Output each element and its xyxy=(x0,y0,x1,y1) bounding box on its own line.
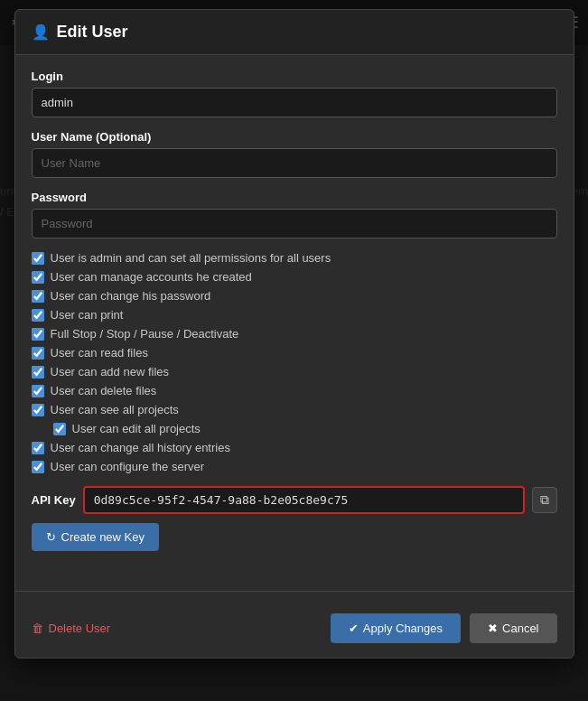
permission-checkbox-9[interactable] xyxy=(53,423,66,435)
permission-item-5: User can read files xyxy=(32,346,557,360)
permission-label-10: User can change all history entries xyxy=(51,441,230,454)
permission-checkbox-1[interactable] xyxy=(32,271,44,284)
check-icon: ✔ xyxy=(349,622,359,635)
footer-right-buttons: ✔ Apply Changes ✖ Cancel xyxy=(331,613,557,643)
login-input[interactable] xyxy=(32,88,557,117)
permission-item-2: User can change his password xyxy=(32,289,557,303)
permission-checkbox-8[interactable] xyxy=(32,404,44,416)
permission-item-4: Full Stop / Stop / Pause / Deactivate xyxy=(32,327,557,341)
permission-checkbox-5[interactable] xyxy=(32,347,44,360)
permission-checkbox-4[interactable] xyxy=(32,328,44,341)
x-icon: ✖ xyxy=(488,622,498,635)
permission-label-3: User can print xyxy=(51,308,124,322)
permission-checkbox-0[interactable] xyxy=(32,252,44,265)
copy-api-key-button[interactable]: ⧉ xyxy=(532,487,557,513)
username-field-group: User Name (Optional) xyxy=(32,130,557,178)
permission-label-5: User can read files xyxy=(51,346,148,360)
permission-item-6: User can add new files xyxy=(32,365,557,379)
modal-body: Login User Name (Optional) Password User… xyxy=(15,55,574,578)
permission-checkbox-10[interactable] xyxy=(32,442,44,454)
password-field-group: Password xyxy=(32,191,557,238)
permission-item-11: User can configure the server xyxy=(32,460,557,473)
permission-label-7: User can delete files xyxy=(51,384,157,397)
permission-item-0: User is admin and can set all permission… xyxy=(32,251,557,265)
permission-label-9: User can edit all projects xyxy=(72,422,201,435)
edit-user-modal: 👤 Edit User Login User Name (Optional) P… xyxy=(14,9,574,659)
permission-label-1: User can manage accounts he created xyxy=(51,270,252,284)
permission-label-4: Full Stop / Stop / Pause / Deactivate xyxy=(51,327,239,341)
cancel-button[interactable]: ✖ Cancel xyxy=(470,613,556,643)
permission-item-10: User can change all history entries xyxy=(32,441,557,454)
api-key-row: API Key 0d89c5ce-95f2-4547-9a88-b2e05c8e… xyxy=(32,486,557,514)
permission-label-6: User can add new files xyxy=(51,365,170,379)
permission-checkbox-3[interactable] xyxy=(32,309,44,322)
permission-label-11: User can configure the server xyxy=(51,460,205,473)
permission-item-1: User can manage accounts he created xyxy=(32,270,557,284)
permissions-list: User is admin and can set all permission… xyxy=(32,251,557,473)
user-icon: 👤 xyxy=(32,23,50,41)
apply-changes-button[interactable]: ✔ Apply Changes xyxy=(331,613,461,643)
modal-footer: 🗑 Delete User ✔ Apply Changes ✖ Cancel xyxy=(15,604,574,658)
modal-header: 👤 Edit User xyxy=(15,10,574,55)
username-input[interactable] xyxy=(32,148,557,178)
password-input[interactable] xyxy=(32,209,557,238)
modal-title: Edit User xyxy=(57,23,128,42)
cancel-label: Cancel xyxy=(502,622,538,635)
api-key-label: API Key xyxy=(32,493,76,507)
permission-checkbox-2[interactable] xyxy=(32,290,44,303)
permission-item-8: User can see all projects xyxy=(32,403,557,416)
password-label: Password xyxy=(32,191,557,204)
permission-item-3: User can print xyxy=(32,308,557,322)
username-label: User Name (Optional) xyxy=(32,130,557,144)
login-field-group: Login xyxy=(32,70,557,117)
permission-checkbox-11[interactable] xyxy=(32,461,44,473)
delete-user-button[interactable]: 🗑 Delete User xyxy=(32,622,111,635)
permission-item-7: User can delete files xyxy=(32,384,557,397)
login-label: Login xyxy=(32,70,557,83)
trash-icon: 🗑 xyxy=(32,622,43,635)
permission-item-9: User can edit all projects xyxy=(53,422,557,435)
permission-label-0: User is admin and can set all permission… xyxy=(51,251,331,265)
api-key-value: 0d89c5ce-95f2-4547-9a88-b2e05c8e9c75 xyxy=(83,486,525,514)
create-new-key-button[interactable]: ↻ Create new Key xyxy=(32,523,160,551)
copy-icon: ⧉ xyxy=(540,492,549,508)
create-key-label: Create new Key xyxy=(61,530,145,544)
footer-divider xyxy=(15,591,574,592)
delete-label: Delete User xyxy=(49,622,111,635)
permission-label-2: User can change his password xyxy=(51,289,211,303)
modal-overlay: 👤 Edit User Login User Name (Optional) P… xyxy=(0,0,588,701)
permission-checkbox-6[interactable] xyxy=(32,366,44,379)
apply-label: Apply Changes xyxy=(363,622,443,635)
permission-checkbox-7[interactable] xyxy=(32,385,44,397)
refresh-icon: ↻ xyxy=(46,530,56,544)
permission-label-8: User can see all projects xyxy=(51,403,179,416)
